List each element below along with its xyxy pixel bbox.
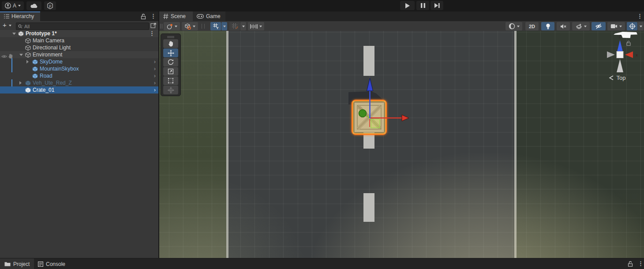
- play-icon: [405, 3, 410, 8]
- expander-collapsed-icon[interactable]: [19, 79, 22, 86]
- move-tool[interactable]: [163, 49, 178, 57]
- selected-crate-gizmo[interactable]: [344, 73, 419, 137]
- expander-expanded-icon[interactable]: [19, 51, 23, 58]
- expander-expanded-icon[interactable]: [12, 30, 16, 37]
- y-axis-handle[interactable]: [359, 110, 367, 117]
- hierarchy-item-veh-ute-red-z[interactable]: Veh_Ute_Red_Z›: [0, 79, 158, 86]
- tab-hierarchy[interactable]: Hierarchy: [0, 11, 40, 21]
- panel-menu-icon[interactable]: ⋮: [150, 13, 156, 19]
- grid-visibility-button[interactable]: Y: [210, 22, 221, 30]
- play-button[interactable]: [400, 1, 415, 10]
- pause-icon: [421, 3, 425, 8]
- axis-z-label: Z: [618, 34, 621, 39]
- hierarchy-item-label: Environment: [33, 51, 62, 58]
- view-orientation-gizmo[interactable]: Z x Top: [600, 34, 644, 83]
- projection-angle-icon[interactable]: [610, 76, 613, 80]
- x-axis-arrow[interactable]: [402, 115, 409, 121]
- view-label[interactable]: Top: [617, 75, 626, 81]
- rotate-tool[interactable]: [163, 58, 178, 67]
- hierarchy-item-label: MountainSkybox: [40, 65, 79, 72]
- hierarchy-item-crate-01[interactable]: Crate_01›: [0, 86, 158, 93]
- overlay-drag-handle[interactable]: [162, 35, 180, 39]
- cloud-services-button[interactable]: [26, 1, 41, 10]
- scene-viewport[interactable]: Z x Top: [159, 31, 644, 258]
- open-search-window-icon[interactable]: [150, 22, 157, 28]
- lock-icon[interactable]: [628, 261, 633, 267]
- panel-menu-icon[interactable]: ⋮: [638, 261, 644, 266]
- gizmos-toggle-button[interactable]: [627, 22, 637, 30]
- hierarchy-item-environment[interactable]: Environment: [0, 51, 158, 58]
- z-axis-arrow[interactable]: [367, 78, 373, 91]
- tab-project-label: Project: [13, 261, 30, 267]
- hierarchy-item-main-camera[interactable]: Main Camera: [0, 37, 158, 44]
- 2d-mode-button[interactable]: 2D: [525, 22, 539, 30]
- gizmo-center-cube[interactable]: [617, 52, 623, 58]
- grid-snap-icon: [232, 23, 238, 30]
- plane-handle[interactable]: [371, 119, 380, 128]
- audio-toggle-button[interactable]: [557, 22, 570, 30]
- camera-icon: [610, 24, 618, 29]
- gizmo-lock-icon[interactable]: [627, 41, 630, 45]
- rect-tool[interactable]: [163, 76, 178, 85]
- 2d-mode-label: 2D: [529, 24, 535, 29]
- scene-lighting-button[interactable]: [541, 22, 554, 30]
- scale-tool[interactable]: [163, 67, 178, 76]
- hierarchy-search[interactable]: [16, 22, 149, 30]
- scene-visibility-button[interactable]: [592, 22, 606, 30]
- hierarchy-toolbar: +: [0, 21, 158, 30]
- grid-visibility-dropdown[interactable]: [221, 22, 227, 30]
- step-button[interactable]: [431, 1, 443, 10]
- hierarchy-item-skydome[interactable]: SkyDome›: [0, 58, 158, 65]
- hierarchy-item-label: Prototype 1*: [26, 30, 57, 37]
- scene-panel: Scene Game ⋮ Y: [159, 11, 644, 258]
- item-menu-icon[interactable]: ⋮: [149, 30, 155, 36]
- effects-button[interactable]: [572, 22, 590, 30]
- tab-project[interactable]: Project: [0, 258, 34, 269]
- pause-button[interactable]: [416, 1, 429, 10]
- account-button[interactable]: A: [2, 1, 24, 10]
- tool-handle-position-button[interactable]: [164, 22, 180, 30]
- add-gameobject-button[interactable]: +: [3, 21, 7, 29]
- scene-panel-menu-icon[interactable]: ⋮: [637, 13, 643, 19]
- road-center-dash: [363, 46, 374, 76]
- camera-settings-button[interactable]: [607, 22, 625, 30]
- tab-game[interactable]: Game: [193, 11, 225, 21]
- hierarchy-item-label: Veh_Ute_Red_Z: [33, 79, 72, 86]
- snap-increment-button[interactable]: [248, 22, 264, 30]
- hierarchy-item-directional-light[interactable]: Directional Light: [0, 44, 158, 51]
- hand-tool[interactable]: [163, 39, 178, 48]
- grid-snap-dropdown[interactable]: [240, 22, 246, 30]
- prefab-open-chevron[interactable]: ›: [154, 72, 156, 79]
- axis-cone-down[interactable]: [617, 59, 623, 72]
- grid-snap-button[interactable]: [229, 22, 240, 30]
- chevron-down-icon: [193, 26, 195, 27]
- expander-collapsed-icon[interactable]: [26, 58, 29, 65]
- tab-scene[interactable]: Scene: [159, 11, 193, 21]
- prefab-open-chevron[interactable]: ›: [154, 58, 156, 65]
- search-input[interactable]: [23, 24, 149, 29]
- pivot-mode-icon: [167, 23, 173, 30]
- hierarchy-item-prototype-1-[interactable]: Prototype 1*⋮: [0, 30, 158, 37]
- prefab-open-chevron[interactable]: ›: [154, 79, 156, 86]
- axis-x-cone[interactable]: [625, 52, 633, 58]
- version-control-button[interactable]: p: [44, 1, 56, 10]
- main-toolbar: A p: [0, 0, 644, 12]
- tool-handle-rotation-button[interactable]: [182, 22, 198, 30]
- tab-console[interactable]: Console: [34, 258, 70, 269]
- axis-cone-left[interactable]: [607, 52, 615, 58]
- lock-icon[interactable]: [141, 14, 146, 19]
- prefab-icon: [32, 72, 38, 79]
- toolbar-drag-handle[interactable]: [160, 24, 163, 29]
- hierarchy-item-road[interactable]: Road›: [0, 72, 158, 79]
- step-icon: [434, 3, 440, 8]
- add-dropdown-icon[interactable]: [9, 25, 11, 26]
- prefab-open-chevron[interactable]: ›: [154, 86, 156, 93]
- chevron-down-icon: [259, 26, 262, 27]
- gizmos-dropdown[interactable]: [638, 22, 644, 30]
- shading-mode-button[interactable]: [505, 22, 522, 30]
- hierarchy-item-mountainskybox[interactable]: MountainSkybox›: [0, 65, 158, 72]
- road-center-dash: [363, 193, 374, 222]
- hierarchy-panel: Hierarchy ⋮ + Prototype 1*⋮Main CameraDi…: [0, 11, 158, 258]
- transform-tool[interactable]: [163, 86, 178, 94]
- prefab-open-chevron[interactable]: ›: [154, 65, 156, 72]
